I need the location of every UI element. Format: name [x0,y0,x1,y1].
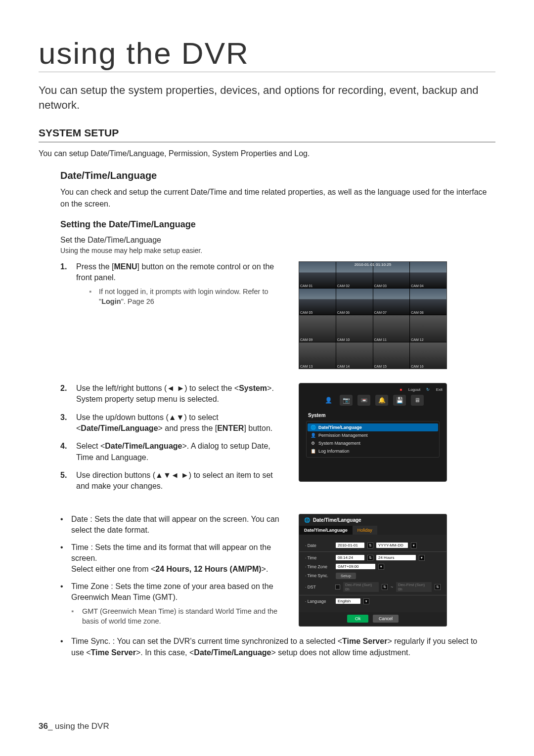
logout-label: Logout [408,387,420,392]
t: GMT (Greenwich Mean Time) is standard Wo… [82,606,288,627]
menu-row-log: 📋Log Information [308,447,438,455]
spinner-icon: ⇅ [382,584,388,590]
dst-checkbox [335,585,340,589]
t: Date/Time/Language [105,442,182,450]
subtext-dtl: You can check and setup the current Date… [60,186,490,209]
camera-icon: 📷 [340,395,353,406]
cam-label: CAM 14 [337,365,350,368]
step1-sub: ▪ If not logged in, it prompts with logi… [89,287,288,307]
bullet-tz: • Time Zone : Sets the time zone of your… [60,581,288,626]
cam-label: CAM 04 [411,284,423,288]
step1-sub-b: Login [101,297,121,305]
cam-label: CAM 06 [337,311,350,314]
cam-label: CAM 07 [374,311,387,314]
lbl-sync: · Time Sync. [305,573,333,578]
subhead-dtl: Date/Time/Language [60,170,495,181]
t: >. In this case, < [136,648,194,657]
t: Date/Time/Language [81,424,158,432]
menu-row-sysmgmt: ⚙System Management [308,439,438,447]
t: >. [262,565,268,573]
t: Use the left/right buttons (◄ ►) to sele… [76,384,239,392]
t: > setup does not allow time adjustment. [271,648,411,657]
t: Select either one from < [71,565,155,573]
dialog-tab-dtl: Date/Time/Language [299,526,353,535]
cam-label: CAM 09 [300,338,312,341]
dialog-tab-holiday: Holiday [353,526,377,535]
setting-line2: Using the mouse may help make setup easi… [60,247,495,254]
t: Permission Management [318,433,368,438]
setting-line1: Set the Date/Time/Language [60,236,495,245]
cam-label: CAM 05 [300,311,312,314]
dropdown-icon: ▾ [411,543,417,548]
screenshot-system-menu: ■ Logout ↻ Exit 👤 📷 📼 🔔 💾 🖥 System 🌐Date… [299,383,447,499]
lbl-date: · Date [305,543,333,548]
dropdown-icon: ▾ [419,555,425,561]
t: Date/Time/Language [318,425,362,430]
t: Select < [76,442,105,450]
chapter-title: using the DVR [39,36,495,72]
section-header-system-setup: SYSTEM SETUP [39,127,495,142]
spinner-icon: ⇅ [435,584,441,590]
t: ENTER [217,424,244,432]
cam-label: CAM 10 [337,338,350,341]
cam-label: CAM 01 [300,284,312,288]
fld-time-fmt: 24 Hours [376,555,416,560]
page-number: 36 [39,721,48,731]
step1-text-a: Press the [ [76,262,114,271]
fld-date-fmt: YYYY-MM-DD [376,543,408,548]
ok-button: Ok [347,615,369,623]
lbl-dst: · DST [305,585,332,589]
fld-dst-a: Dec-First (Sun) 0h [343,582,379,592]
bullet-time-sync: • Time Sync. : You can set the DVR's cur… [60,636,490,658]
screenshot-camera-grid: 2010-01-01 01:10:25 CAM 01 CAM 02 CAM 03… [299,261,447,369]
event-icon: 🔔 [375,395,388,406]
bullet-time: • Time : Sets the time and its format th… [60,542,288,575]
menu-icon-row: 👤 📷 📼 🔔 💾 🖥 [303,395,443,406]
bullet-date: •Date : Sets the date that will appear o… [60,514,288,536]
screenshot-dtl-dialog: 🌐Date/Time/Language Date/Time/Language H… [299,514,447,632]
t: Time Server [91,648,136,657]
step-4: 4. Select <Date/Time/Language>. A dialog… [60,441,288,463]
lbl-lang: · Language [305,599,333,604]
cam-label: CAM 12 [411,338,423,341]
t: Use direction buttons (▲▼◄ ►) to select … [76,470,288,492]
exit-label: Exit [436,387,443,392]
cam-timestamp: 2010-01-01 01:10:25 [355,262,391,267]
step1-sub-c: ". Page 26 [121,297,154,305]
spinner-icon: ⇅ [367,555,373,561]
cam-label: CAM 03 [374,284,387,288]
t: Time Sync. : You can set the DVR's curre… [71,637,342,645]
step1-menu-bold: MENU [114,262,137,271]
fld-lang: English [336,598,360,604]
section-desc-system-setup: You can setup Date/Time/Language, Permis… [39,149,495,158]
t: 24 Hours, 12 Hours (AM/PM) [155,565,261,573]
t: System [239,384,267,392]
cam-label: CAM 15 [374,365,387,368]
fld-dst-b: Dec-First (Sun) 0h [396,582,432,592]
cam-label: CAM 08 [411,311,423,314]
cancel-button: Cancel [373,615,399,623]
t: Date : Sets the date that will appear on… [71,514,288,536]
cam-label: CAM 02 [337,284,350,288]
t: Time Zone : Sets the time zone of your a… [71,582,273,601]
cam-label: CAM 16 [411,365,423,368]
t: Time Server [342,637,387,645]
t: Log Information [318,449,350,454]
dropdown-icon: ▾ [363,598,369,604]
fld-tz: GMT+09:00 [336,564,375,569]
fld-time: 08:14:24 [336,555,364,560]
t: ] button. [244,424,272,432]
record-icon: 📼 [357,395,370,406]
menu-row-dtl: 🌐Date/Time/Language [308,423,438,431]
fld-date: 2010-01-01 [336,543,364,548]
setup-button: Setup [336,573,356,579]
t: Date/Time/Language [194,648,271,657]
step-3: 3. Use the up/down buttons (▲▼) to selec… [60,412,288,434]
menu-row-permission: 👤Permission Management [308,431,438,439]
backup-icon: 💾 [393,395,406,406]
t: System Management [318,441,360,446]
dropdown-icon: ▾ [378,564,384,570]
page-footer: 36_ using the DVR [39,721,109,731]
step-1: 1. Press the [MENU] button on the remote… [60,261,288,306]
t: > and press the [ [158,424,218,432]
